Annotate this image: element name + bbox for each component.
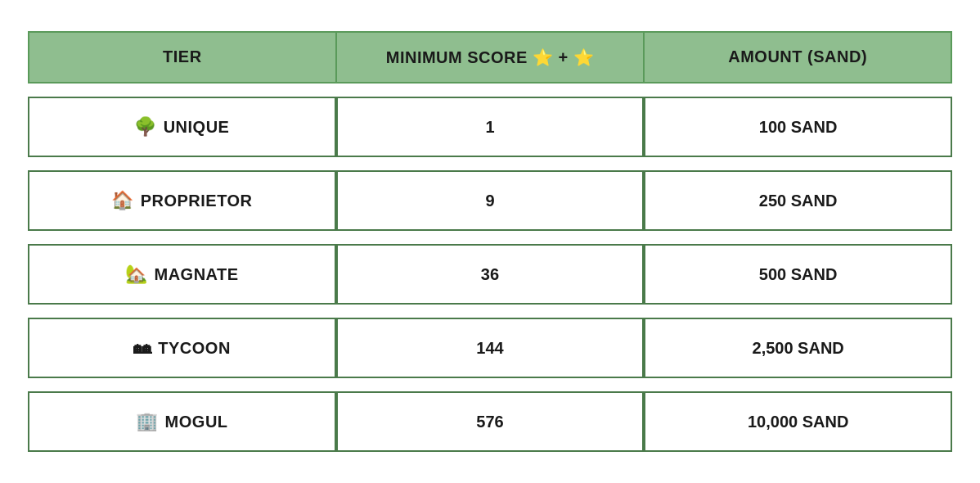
table-container: TIER MINIMUM SCORE ⭐ + ⭐ AMOUNT (SAND) 🌳… (20, 15, 960, 468)
amount-unique-value: 100 SAND (759, 118, 838, 137)
spacer-4 (28, 157, 336, 170)
mogul-label: MOGUL (165, 413, 228, 431)
tier-mogul: 🏢 MOGUL (28, 391, 336, 452)
score-mogul-value: 576 (476, 413, 503, 431)
header-tier-label: TIER (163, 47, 202, 65)
spacer-11 (336, 305, 645, 318)
spacer-9 (644, 231, 952, 244)
amount-magnate-value: 500 SAND (759, 265, 838, 284)
spacer-5 (336, 157, 645, 170)
spacer-15 (644, 378, 952, 391)
score-tycoon-value: 144 (476, 339, 503, 358)
header-score-label: MINIMUM SCORE ⭐ + ⭐ (386, 48, 595, 66)
score-magnate: 36 (336, 244, 645, 305)
amount-tycoon-value: 2,500 SAND (753, 339, 844, 358)
mogul-emoji: 🏢 (136, 411, 159, 432)
amount-mogul: 10,000 SAND (644, 391, 952, 452)
spacer-8 (336, 231, 645, 244)
header-amount-label: AMOUNT (SAND) (728, 47, 867, 65)
amount-proprietor: 250 SAND (644, 170, 952, 231)
tier-unique: 🌳 UNIQUE (28, 97, 336, 157)
tier-tycoon: 🏘 TYCOON (28, 318, 336, 378)
tier-magnate: 🏡 MAGNATE (28, 244, 336, 305)
spacer-3 (644, 84, 952, 97)
amount-mogul-value: 10,000 SAND (748, 413, 848, 431)
score-magnate-value: 36 (481, 265, 499, 284)
magnate-emoji: 🏡 (125, 264, 148, 285)
spacer-7 (28, 231, 336, 244)
amount-magnate: 500 SAND (644, 244, 952, 305)
tycoon-emoji: 🏘 (133, 337, 152, 359)
unique-emoji: 🌳 (134, 116, 157, 138)
spacer-1 (28, 84, 336, 97)
unique-label: UNIQUE (164, 118, 230, 137)
spacer-14 (336, 378, 645, 391)
tycoon-label: TYCOON (158, 339, 231, 358)
table-grid: TIER MINIMUM SCORE ⭐ + ⭐ AMOUNT (SAND) 🌳… (28, 31, 952, 452)
header-tier: TIER (28, 31, 336, 84)
amount-proprietor-value: 250 SAND (759, 192, 838, 210)
proprietor-label: PROPRIETOR (141, 192, 253, 210)
header-amount: AMOUNT (SAND) (644, 31, 952, 84)
score-mogul: 576 (336, 391, 645, 452)
spacer-13 (28, 378, 336, 391)
score-proprietor-value: 9 (485, 192, 494, 210)
score-unique-value: 1 (485, 118, 494, 137)
score-tycoon: 144 (336, 318, 645, 378)
header-score: MINIMUM SCORE ⭐ + ⭐ (336, 31, 645, 84)
amount-unique: 100 SAND (644, 97, 952, 157)
header-score-text: MINIMUM SCORE (386, 48, 528, 66)
score-unique: 1 (336, 97, 645, 157)
tier-proprietor: 🏠 PROPRIETOR (28, 170, 336, 231)
proprietor-emoji: 🏠 (111, 190, 134, 211)
magnate-label: MAGNATE (155, 265, 239, 284)
spacer-12 (644, 305, 952, 318)
amount-tycoon: 2,500 SAND (644, 318, 952, 378)
spacer-6 (644, 157, 952, 170)
header-score-icons: ⭐ + ⭐ (533, 48, 594, 66)
score-proprietor: 9 (336, 170, 645, 231)
spacer-2 (336, 84, 645, 97)
spacer-10 (28, 305, 336, 318)
